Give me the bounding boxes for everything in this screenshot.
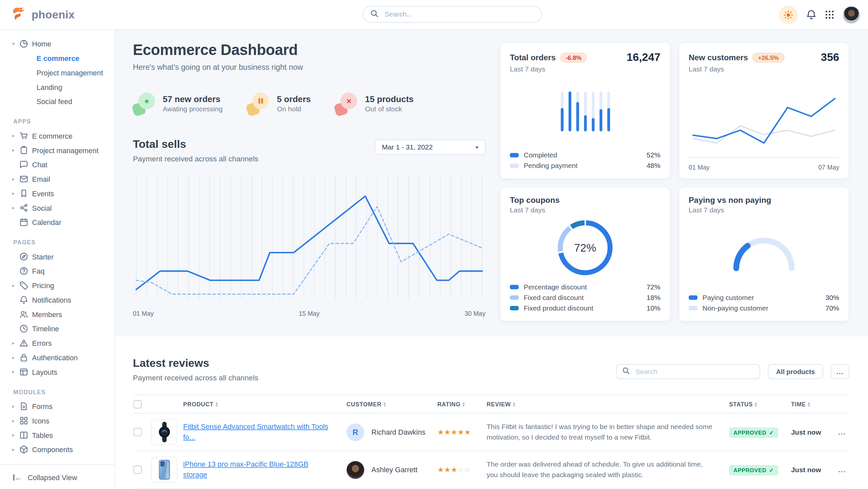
sort-icon: ▴▾: [384, 401, 386, 407]
chat-icon: [20, 160, 28, 169]
sidebar-item-social[interactable]: ▸Social: [0, 201, 115, 215]
sidebar-item-icons[interactable]: ▸Icons: [0, 413, 115, 428]
x-tick: 30 May: [465, 311, 486, 317]
column-header-review[interactable]: REVIEW▴▾: [487, 401, 729, 407]
sidebar-item-faq[interactable]: Faq: [0, 264, 115, 278]
sidebar-item-timeline[interactable]: Timeline: [0, 321, 115, 336]
sidebar-item-forms[interactable]: ▸Forms: [0, 399, 115, 413]
search-icon: [622, 367, 630, 376]
coupons-donut-chart: 72%: [510, 214, 660, 282]
sidebar-item-notifications[interactable]: Notifications: [0, 293, 115, 307]
global-search[interactable]: [363, 6, 542, 23]
sidebar-item-members[interactable]: Members: [0, 307, 115, 321]
theme-toggle-button[interactable]: [779, 5, 798, 24]
sidebar-item-tables[interactable]: ▸Tables: [0, 428, 115, 442]
product-link[interactable]: Fitbit Sense Advanced Smartwatch with To…: [183, 422, 347, 442]
sidebar-item-events[interactable]: ▸Events: [0, 186, 115, 201]
column-header-label: STATUS: [729, 401, 753, 407]
stat-text: 15 productsOut of stock: [365, 94, 414, 113]
caret-right-icon: ▸: [12, 176, 20, 182]
order-bar: [607, 91, 610, 132]
latest-reviews-section: Latest reviews Payment received across a…: [115, 337, 868, 489]
user-avatar[interactable]: [843, 6, 861, 24]
sidebar-subitem-social-feed[interactable]: Social feed: [0, 94, 115, 109]
sidebar-item-layouts[interactable]: ▸Layouts: [0, 365, 115, 379]
sort-icon: ▴▾: [463, 401, 465, 407]
sidebar-item-home[interactable]: ▾Home: [0, 36, 115, 51]
sidebar-item-project-management[interactable]: ▸Project management: [0, 143, 115, 157]
notifications-button[interactable]: [806, 9, 817, 20]
row-more-button[interactable]: ...: [834, 466, 849, 474]
check-icon: ✓: [769, 429, 774, 436]
email-icon: [20, 175, 28, 183]
paying-legend: Paying customer30%Non-paying customer70%: [689, 292, 839, 313]
global-search-input[interactable]: [383, 10, 534, 19]
sidebar-item-e-commerce[interactable]: ▸E commerce: [0, 128, 115, 143]
column-header-status[interactable]: STATUS▴▾: [729, 401, 792, 407]
sidebar: ▾HomeE commerceProject managementLanding…: [0, 29, 115, 489]
date-range-value: Mar 1 - 31, 2022: [382, 143, 433, 151]
review-text: This Fitbit is fantastic! I was trying t…: [487, 422, 729, 442]
pause-icon: [258, 98, 263, 104]
top-coupons-card: Top coupons Last 7 days 72% Percentage d…: [500, 187, 670, 321]
status-badge: APPROVED ✓: [729, 427, 778, 438]
sidebar-nav: ▾HomeE commerceProject managementLanding…: [0, 36, 115, 457]
sidebar-item-chat[interactable]: Chat: [0, 157, 115, 172]
date-range-select[interactable]: Mar 1 - 31, 2022 ▾: [375, 140, 486, 154]
legend-value: 52%: [647, 151, 660, 159]
sidebar-subitem-landing[interactable]: Landing: [0, 80, 115, 94]
sidebar-item-label: Members: [32, 310, 62, 318]
caret-right-icon: ▸: [12, 283, 20, 288]
review-time: Just now: [791, 466, 834, 474]
row-checkbox[interactable]: [133, 466, 142, 474]
sidebar-item-label: Tables: [32, 431, 53, 439]
apps-grid-icon: [825, 10, 834, 20]
collapse-sidebar-button[interactable]: ← Collapsed View: [0, 464, 115, 489]
column-header-time[interactable]: TIME▴▾: [791, 401, 834, 407]
sidebar-item-email[interactable]: ▸Email: [0, 172, 115, 186]
orders-bar-chart: [510, 73, 660, 149]
file-icon: [20, 402, 28, 411]
legend-row: Percentage discount72%: [510, 282, 660, 292]
box-icon: [20, 445, 28, 454]
column-header-label: REVIEW: [487, 401, 511, 407]
more-options-button[interactable]: ...: [831, 364, 849, 379]
legend-row: Completed52%: [510, 149, 660, 160]
sidebar-item-components[interactable]: ▸Components: [0, 442, 115, 457]
reviews-search-input[interactable]: [634, 367, 754, 376]
sidebar-item-errors[interactable]: ▸Errors: [0, 336, 115, 350]
pie-icon: [20, 39, 28, 49]
order-bar: [591, 91, 594, 132]
sidebar-item-label: Errors: [32, 339, 52, 347]
legend-value: 72%: [647, 283, 660, 291]
sidebar-item-calendar[interactable]: Calendar: [0, 215, 115, 230]
legend-swatch: [689, 295, 698, 299]
sidebar-item-authentication[interactable]: ▸Authentication: [0, 350, 115, 365]
row-more-button[interactable]: ...: [834, 428, 849, 436]
sidebar-subitem-project-management[interactable]: Project management: [0, 65, 115, 80]
column-header-rating[interactable]: RATING▴▾: [437, 401, 487, 407]
x-icon: ×: [347, 97, 351, 105]
legend-label: Completed: [524, 151, 557, 159]
all-products-button[interactable]: All products: [768, 364, 823, 379]
select-all-checkbox[interactable]: [133, 400, 142, 408]
total-sells-x-labels: 01 May 15 May 30 May: [133, 311, 486, 317]
navbar-actions: [779, 0, 860, 29]
column-header-customer[interactable]: CUSTOMER▴▾: [347, 401, 437, 407]
column-header-product[interactable]: PRODUCT▴▾: [183, 401, 347, 407]
brand-logo[interactable]: phoenix: [11, 0, 75, 29]
apps-menu-button[interactable]: [825, 10, 834, 20]
reviews-controls: All products ...: [616, 364, 849, 379]
stat-label: Awating processing: [163, 105, 223, 113]
customer-name: Richard Dawkins: [371, 428, 425, 436]
sidebar-item-starter[interactable]: Starter: [0, 249, 115, 264]
total-sells-chart: 01 May 15 May 30 May: [133, 172, 486, 317]
reviews-search[interactable]: [616, 364, 760, 379]
brand-name: phoenix: [32, 8, 75, 21]
product-link[interactable]: iPhone 13 pro max-Pacific Blue-128GB sto…: [183, 460, 347, 480]
legend-swatch: [510, 285, 519, 289]
row-checkbox[interactable]: [133, 428, 142, 436]
sidebar-item-pricing[interactable]: ▸Pricing: [0, 278, 115, 293]
stat-item: 5 ordersOn hold: [247, 92, 311, 115]
sidebar-subitem-e-commerce[interactable]: E commerce: [0, 51, 115, 65]
